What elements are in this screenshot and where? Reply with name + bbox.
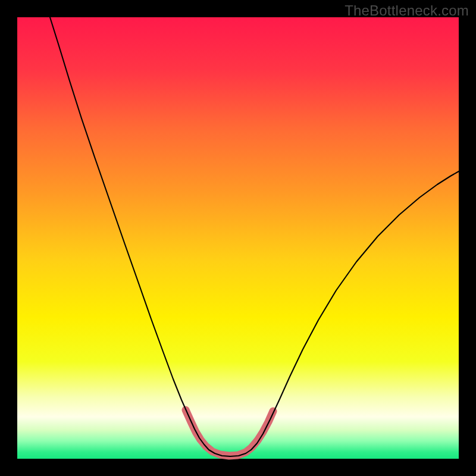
watermark-text: TheBottleneck.com bbox=[345, 2, 469, 19]
curve-layer bbox=[17, 17, 459, 459]
left-curve bbox=[50, 17, 251, 456]
right-curve bbox=[251, 171, 459, 450]
valley-highlight bbox=[186, 410, 273, 456]
